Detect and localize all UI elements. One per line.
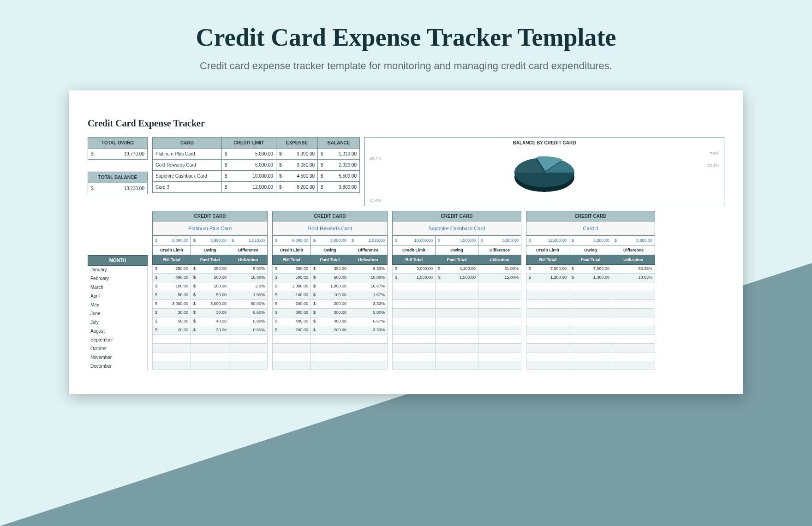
- month-cell: April: [88, 292, 148, 301]
- month-cell: July: [88, 318, 148, 327]
- card-data-row: $380.00$380.006.33%: [272, 265, 388, 274]
- month-cell: March: [88, 283, 148, 292]
- month-cell: November: [88, 353, 148, 362]
- month-header: MONTH: [88, 255, 148, 266]
- total-balance-value: $13,230.00: [88, 183, 148, 194]
- summary-hdr-balance: BALANCE: [318, 137, 360, 149]
- card-header: CREDIT CARD: [526, 211, 655, 221]
- card-empty-row: [272, 361, 388, 370]
- card-empty-row: [526, 282, 655, 291]
- card-empty-row: [392, 300, 521, 309]
- credit-card-block: CREDIT CARDCard 3$12,000.00$8,200.00$3,8…: [526, 211, 655, 370]
- card-data-row: $1,000.00$1,000.0016.67%: [272, 282, 388, 291]
- card-data-row: $20.00$30.000.60%: [152, 326, 268, 335]
- card-data-row: $7,000.00$7,000.0058.33%: [526, 265, 655, 274]
- card-empty-row: [272, 353, 388, 361]
- credit-card-block: CREDIT CARDGold Rewards Card$6,000.00$3,…: [272, 211, 388, 370]
- card-sublabels: Credit LimitOwingDifference: [526, 245, 655, 255]
- month-cell: August: [88, 327, 148, 336]
- card-empty-row: [152, 335, 268, 344]
- card-empty-row: [526, 300, 655, 309]
- card-data-row: $1,500.00$1,500.0015.00%: [392, 274, 521, 282]
- card-empty-row: [272, 344, 388, 353]
- card-name: Card 3: [526, 221, 655, 236]
- card-empty-row: [526, 309, 655, 317]
- credit-card-block: CREDIT CARDPlatinum Plus Card$5,000.00$3…: [152, 211, 268, 370]
- card-empty-row: [392, 309, 521, 317]
- card-data-row: $3,000.00$3,000.0060.00%: [152, 300, 268, 309]
- card-column-header: Bill TotalPaid TotalUtilization: [526, 255, 655, 265]
- card-header: CREDIT CARD: [272, 211, 388, 221]
- month-cell: January: [88, 266, 148, 275]
- table-row: Sapphire Cashback Card$10,000.00$4,500.0…: [153, 171, 360, 182]
- card-empty-row: [272, 335, 388, 344]
- summary-hdr-limit: CREDIT LIMIT: [222, 137, 276, 149]
- card-empty-row: [392, 291, 521, 300]
- card-column-header: Bill TotalPaid TotalUtilization: [152, 255, 268, 265]
- card-data-row: $3,000.00$3,100.0031.00%: [392, 265, 521, 274]
- month-cell: June: [88, 310, 148, 318]
- card-stats: $12,000.00$8,200.00$3,800.00: [526, 236, 655, 245]
- total-owing-label: TOTAL OWING: [88, 137, 148, 149]
- card-data-row: $1,200.00$1,300.0010.83%: [526, 274, 655, 282]
- card-data-row: $200.00$200.003.33%: [272, 300, 388, 309]
- card-empty-row: [526, 361, 655, 370]
- table-row: Card 3$12,000.00$8,200.00$3,800.00: [153, 182, 360, 193]
- card-data-row: $500.00$600.0010.00%: [272, 274, 388, 282]
- card-empty-row: [152, 361, 268, 370]
- card-data-row: $250.00$250.005.00%: [152, 265, 268, 274]
- card-empty-row: [392, 335, 521, 344]
- pie-icon: [508, 152, 581, 198]
- card-data-row: $100.00$100.001.67%: [272, 291, 388, 300]
- month-cell: December: [88, 362, 148, 371]
- pct-22-1: 22.1%: [707, 163, 719, 167]
- card-stats: $10,000.00$4,500.00$5,500.00: [392, 236, 521, 245]
- card-sublabels: Credit LimitOwingDifference: [272, 245, 388, 255]
- sheet-title: Credit Card Expense Tracker: [88, 118, 724, 129]
- total-owing-block: TOTAL OWING $19,770.00: [88, 137, 148, 160]
- card-data-row: $200.00$200.003.33%: [272, 326, 388, 335]
- card-sublabels: Credit LimitOwingDifference: [392, 245, 521, 255]
- card-empty-row: [392, 326, 521, 335]
- total-balance-block: TOTAL BALANCE $13,230.00: [88, 172, 148, 194]
- chart-title: BALANCE BY CREDIT CARD: [365, 137, 724, 148]
- card-empty-row: [152, 353, 268, 361]
- balance-pie-chart: BALANCE BY CREDIT CARD 28.7% 7.6% 22.1% …: [364, 137, 724, 206]
- card-empty-row: [526, 326, 655, 335]
- summary-hdr-expense: EXPENSE: [276, 137, 317, 149]
- card-empty-row: [392, 282, 521, 291]
- card-empty-row: [526, 335, 655, 344]
- card-column-header: Bill TotalPaid TotalUtilization: [392, 255, 521, 265]
- month-column: MONTH JanuaryFebruaryMarchAprilMayJuneJu…: [88, 255, 148, 371]
- card-empty-row: [526, 291, 655, 300]
- pct-41-6: 41.6%: [370, 198, 382, 203]
- card-empty-row: [526, 353, 655, 361]
- summary-table: CARD CREDIT LIMIT EXPENSE BALANCE Platin…: [152, 137, 360, 193]
- credit-card-block: CREDIT CARDSapphire Cashback Card$10,000…: [392, 211, 521, 370]
- pct-7-6: 7.6%: [710, 151, 719, 156]
- summary-hdr-card: CARD: [153, 137, 222, 149]
- card-empty-row: [152, 344, 268, 353]
- spreadsheet-preview: Credit Card Expense Tracker TOTAL OWING …: [69, 90, 743, 394]
- table-row: Gold Rewards Card$6,000.00$3,080.00$2,92…: [153, 160, 360, 171]
- page-subtitle: Credit card expense tracker template for…: [0, 60, 812, 72]
- card-data-row: $50.00$50.001.00%: [152, 291, 268, 300]
- total-owing-value: $19,770.00: [88, 149, 148, 160]
- card-empty-row: [392, 317, 521, 326]
- card-stats: $5,000.00$3,990.00$1,010.00: [152, 236, 268, 245]
- card-data-row: $50.00$40.000.80%: [152, 317, 268, 326]
- card-empty-row: [392, 361, 521, 370]
- card-empty-row: [392, 344, 521, 353]
- card-header: CREDIT CARD: [392, 211, 521, 221]
- month-cell: February: [88, 275, 148, 283]
- total-balance-label: TOTAL BALANCE: [88, 172, 148, 183]
- page-title: Credit Card Expense Tracker Template: [0, 0, 812, 52]
- card-sublabels: Credit LimitOwingDifference: [152, 245, 268, 255]
- month-cell: October: [88, 345, 148, 353]
- card-data-row: $490.00$500.0010.00%: [152, 274, 268, 282]
- month-cell: May: [88, 301, 148, 310]
- table-row: Platinum Plus Card$5,000.00$3,990.00$1,0…: [153, 149, 360, 160]
- card-name: Gold Rewards Card: [272, 221, 388, 236]
- card-data-row: $300.00$300.005.00%: [272, 309, 388, 317]
- pct-28-7: 28.7%: [370, 156, 382, 161]
